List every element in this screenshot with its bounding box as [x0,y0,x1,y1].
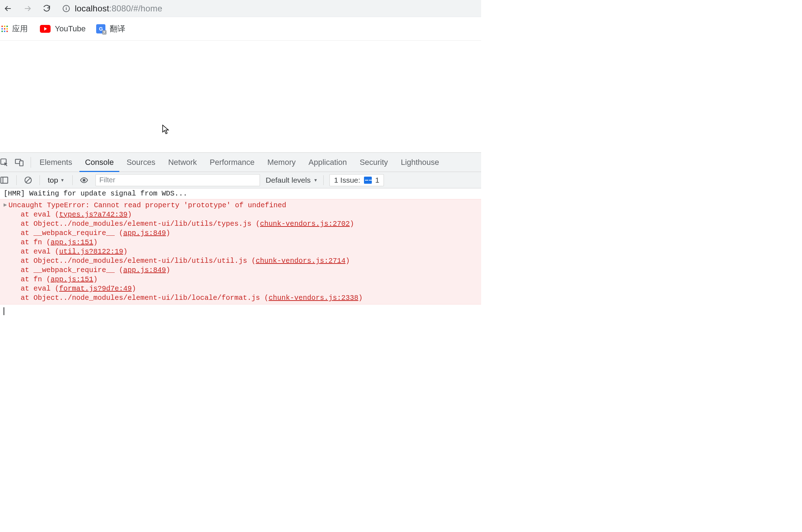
separator [40,175,40,185]
tab-memory[interactable]: Memory [261,153,302,172]
tab-security[interactable]: Security [353,153,394,172]
tab-application[interactable]: Application [302,153,353,172]
tab-performance[interactable]: Performance [203,153,261,172]
bookmark-label: 翻译 [110,24,125,34]
source-link[interactable]: app.js:849 [123,266,166,274]
svg-rect-2 [20,161,23,166]
tab-sources[interactable]: Sources [120,153,162,172]
forward-button[interactable] [21,2,33,15]
source-link[interactable]: chunk-vendors.js:2714 [256,257,345,265]
console-filter-bar: top ▼ Filter Default levels ▼ 1 Issue: 1 [0,172,481,188]
clear-console-button[interactable] [22,174,34,186]
stack-frame: at eval (format.js?9d7e:49) [4,284,478,293]
tab-network[interactable]: Network [162,153,203,172]
source-link[interactable]: chunk-vendors.js:2338 [269,294,358,302]
source-link[interactable]: format.js?9d7e:49 [59,285,132,293]
log-line: [HMR] Waiting for update signal from WDS… [0,188,481,199]
device-toggle[interactable] [13,156,26,169]
stack-frame: at __webpack_require__ (app.js:849) [4,229,478,238]
source-link[interactable]: app.js:151 [51,275,93,283]
stack-frame: at __webpack_require__ (app.js:849) [4,266,478,275]
devtools-tabs: Elements Console Sources Network Perform… [0,153,481,172]
translate-icon: G文 [96,24,105,33]
source-link[interactable]: chunk-vendors.js:2702 [260,220,350,228]
svg-point-5 [83,179,85,181]
site-info-icon[interactable]: i [63,5,70,12]
live-expression-button[interactable] [78,174,90,186]
apps-shortcut[interactable]: 应用 [0,24,29,34]
error-message: ▶ Uncaught TypeError: Cannot read proper… [4,201,478,210]
issue-icon [364,177,372,184]
devtools-panel: Elements Console Sources Network Perform… [0,152,481,318]
context-selector[interactable]: top ▼ [46,176,67,184]
filter-input[interactable]: Filter [95,174,260,186]
apps-icon [1,26,8,32]
tab-lighthouse[interactable]: Lighthouse [394,153,446,172]
reload-button[interactable] [41,2,53,15]
bookmark-youtube[interactable]: YouTube [40,24,85,33]
url-text: localhost:8080/#/home [75,4,162,14]
source-link[interactable]: app.js:849 [123,229,166,237]
svg-rect-3 [1,177,8,183]
source-link[interactable]: util.js?8122:19 [59,247,123,256]
log-levels-select[interactable]: Default levels ▼ [266,176,318,184]
stack-frame: at eval (types.js?a742:39) [4,210,478,219]
tab-elements[interactable]: Elements [33,153,79,172]
back-button[interactable] [2,2,14,15]
console-prompt[interactable] [0,304,481,318]
console-output: [HMR] Waiting for update signal from WDS… [0,188,481,318]
separator [31,157,31,168]
stack-frame: at Object../node_modules/element-ui/lib/… [4,219,478,229]
error-block: ▶ Uncaught TypeError: Cannot read proper… [0,199,481,304]
separator [16,175,17,185]
cursor-icon [162,125,170,136]
stack-frame: at fn (app.js:151) [4,275,478,284]
browser-toolbar: i localhost:8080/#/home [0,0,481,17]
page-viewport [0,41,481,152]
tab-console[interactable]: Console [79,153,120,172]
issues-chip[interactable]: 1 Issue: 1 [329,174,384,186]
address-bar[interactable]: i localhost:8080/#/home [60,1,479,16]
stack-frame: at Object../node_modules/element-ui/lib/… [4,256,478,266]
youtube-icon [40,25,51,33]
source-link[interactable]: app.js:151 [51,238,93,246]
bookmark-label: YouTube [55,24,85,33]
apps-label: 应用 [12,24,28,34]
bookmarks-bar: 应用 YouTube G文 翻译 [0,17,481,41]
stack-frame: at eval (util.js?8122:19) [4,247,478,256]
chevron-down-icon: ▼ [60,178,64,183]
expand-arrow-icon[interactable]: ▶ [4,202,7,209]
stack-frame: at Object../node_modules/element-ui/lib/… [4,293,478,303]
console-sidebar-toggle[interactable] [0,174,11,187]
source-link[interactable]: types.js?a742:39 [59,210,127,219]
separator [323,175,324,185]
separator [72,175,73,185]
inspect-button[interactable] [0,156,11,169]
bookmark-translate[interactable]: G文 翻译 [96,24,125,34]
stack-frame: at fn (app.js:151) [4,238,478,247]
chevron-down-icon: ▼ [313,178,318,183]
